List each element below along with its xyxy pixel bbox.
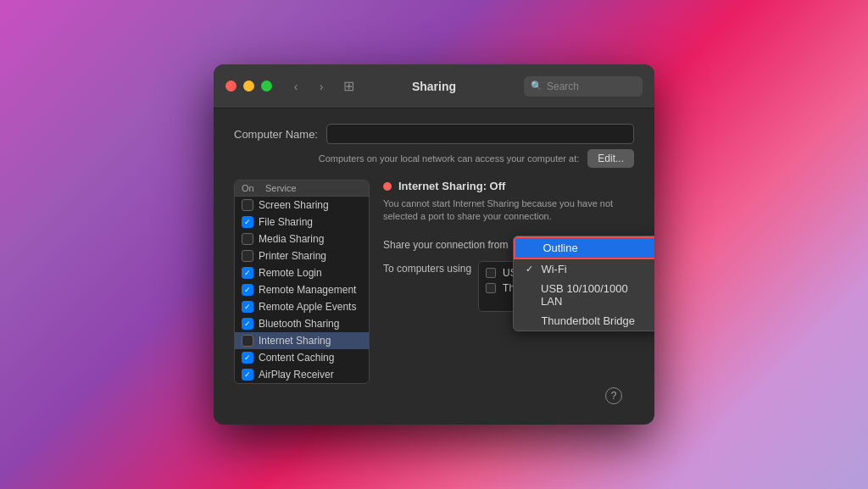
- help-button[interactable]: ?: [605, 387, 622, 404]
- search-bar[interactable]: 🔍 Search: [524, 76, 643, 97]
- titlebar: ‹ › ⊞ Sharing 🔍 Search: [214, 64, 654, 108]
- service-name-remote-management: Remote Management: [259, 284, 356, 296]
- checkbox-airplay-receiver[interactable]: [242, 369, 253, 381]
- service-name-printer-sharing: Printer Sharing: [259, 250, 326, 262]
- service-item-airplay-receiver[interactable]: AirPlay Receiver: [235, 366, 369, 383]
- service-name-internet-sharing: Internet Sharing: [259, 335, 331, 347]
- service-name-airplay-receiver: AirPlay Receiver: [259, 369, 334, 381]
- content-area: Computer Name: Computers on your local n…: [214, 108, 654, 425]
- checkbox-media-sharing[interactable]: [242, 233, 253, 245]
- service-name-file-sharing: File Sharing: [259, 216, 313, 228]
- col-service-header: Service: [265, 183, 362, 193]
- service-name-remote-login: Remote Login: [259, 267, 322, 279]
- status-title: Internet Sharing: Off: [398, 180, 505, 192]
- window-title: Sharing: [412, 80, 456, 93]
- checkbox-internet-sharing[interactable]: [242, 335, 253, 347]
- edit-button[interactable]: Edit...: [587, 149, 634, 168]
- share-from-row: Share your connection from Outline ▼ Out…: [383, 236, 634, 254]
- status-description: You cannot start Internet Sharing becaus…: [383, 197, 634, 224]
- service-item-internet-sharing[interactable]: Internet Sharing: [235, 332, 369, 349]
- service-name-bluetooth-sharing: Bluetooth Sharing: [259, 318, 339, 330]
- checkbox-screen-sharing[interactable]: [242, 199, 253, 211]
- dropdown-menu: Outline ✓ Wi-Fi USB 10/100/1000 LAN: [513, 236, 654, 331]
- maximize-button[interactable]: [261, 81, 272, 92]
- forward-button[interactable]: ›: [311, 76, 331, 97]
- dropdown-item-label-outline: Outline: [542, 242, 577, 254]
- dropdown-item-outline[interactable]: Outline: [514, 236, 654, 259]
- check-icon-wifi: ✓: [526, 264, 536, 275]
- search-icon: 🔍: [531, 81, 542, 92]
- checkbox-remote-management[interactable]: [242, 284, 253, 296]
- service-item-remote-management[interactable]: Remote Management: [235, 281, 369, 298]
- checkbox-printer-sharing[interactable]: [242, 250, 253, 262]
- service-item-screen-sharing[interactable]: Screen Sharing: [235, 197, 369, 214]
- search-placeholder: Search: [547, 81, 579, 92]
- computer-name-label: Computer Name:: [234, 128, 318, 141]
- checkbox-usb-lan[interactable]: [486, 268, 496, 278]
- system-preferences-window: ‹ › ⊞ Sharing 🔍 Search Computer Name: Co…: [214, 64, 654, 425]
- checkbox-remote-login[interactable]: [242, 267, 253, 279]
- bottom-bar: ?: [234, 384, 634, 413]
- dropdown-container: Outline ▼ Outline ✓ Wi-Fi: [515, 236, 633, 254]
- checkbox-thunderbolt-bridge[interactable]: [486, 283, 496, 293]
- dropdown-item-label-wifi: Wi-Fi: [541, 263, 566, 275]
- grid-button[interactable]: ⊞: [338, 76, 359, 97]
- share-from-label: Share your connection from: [383, 239, 508, 251]
- dropdown-item-wifi[interactable]: ✓ Wi-Fi: [514, 259, 654, 279]
- dropdown-item-usb-lan[interactable]: USB 10/100/1000 LAN: [514, 279, 654, 311]
- computer-name-row: Computer Name:: [234, 124, 634, 144]
- service-item-file-sharing[interactable]: File Sharing: [235, 214, 369, 231]
- close-button[interactable]: [225, 81, 236, 92]
- dropdown-item-label-thunderbolt: Thunderbolt Bridge: [541, 314, 635, 327]
- service-item-content-caching[interactable]: Content Caching: [235, 349, 369, 366]
- status-dot-red: [383, 182, 392, 191]
- access-row: Computers on your local network can acce…: [234, 149, 634, 168]
- service-name-content-caching: Content Caching: [259, 352, 334, 364]
- service-item-remote-apple-events[interactable]: Remote Apple Events: [235, 298, 369, 315]
- back-button[interactable]: ‹: [286, 76, 306, 97]
- dropdown-item-thunderbolt[interactable]: Thunderbolt Bridge: [514, 311, 654, 331]
- col-on-header: On: [242, 183, 265, 193]
- to-computers-label: To computers using: [383, 261, 471, 275]
- checkbox-file-sharing[interactable]: [242, 216, 253, 228]
- service-list-header: On Service: [235, 181, 369, 197]
- service-item-bluetooth-sharing[interactable]: Bluetooth Sharing: [235, 315, 369, 332]
- checkbox-remote-apple-events[interactable]: [242, 301, 253, 313]
- service-name-screen-sharing: Screen Sharing: [259, 199, 329, 211]
- checkbox-bluetooth-sharing[interactable]: [242, 318, 253, 330]
- service-item-media-sharing[interactable]: Media Sharing: [235, 231, 369, 247]
- minimize-button[interactable]: [243, 81, 254, 92]
- right-panel: Internet Sharing: Off You cannot start I…: [370, 180, 634, 384]
- service-item-remote-login[interactable]: Remote Login: [235, 264, 369, 281]
- service-list: On Service Screen Sharing File Sharing M…: [234, 180, 370, 384]
- computer-name-input[interactable]: [326, 124, 634, 144]
- access-text: Computers on your local network can acce…: [319, 153, 580, 164]
- service-name-media-sharing: Media Sharing: [259, 233, 324, 245]
- internet-sharing-header: Internet Sharing: Off: [383, 180, 634, 192]
- service-item-printer-sharing[interactable]: Printer Sharing: [235, 247, 369, 264]
- nav-buttons: ‹ ›: [286, 76, 331, 97]
- dropdown-item-label-usb: USB 10/100/1000 LAN: [541, 282, 648, 308]
- service-name-remote-apple-events: Remote Apple Events: [259, 301, 356, 313]
- checkbox-content-caching[interactable]: [242, 352, 253, 364]
- traffic-lights: [225, 81, 272, 92]
- main-panel: On Service Screen Sharing File Sharing M…: [234, 180, 634, 384]
